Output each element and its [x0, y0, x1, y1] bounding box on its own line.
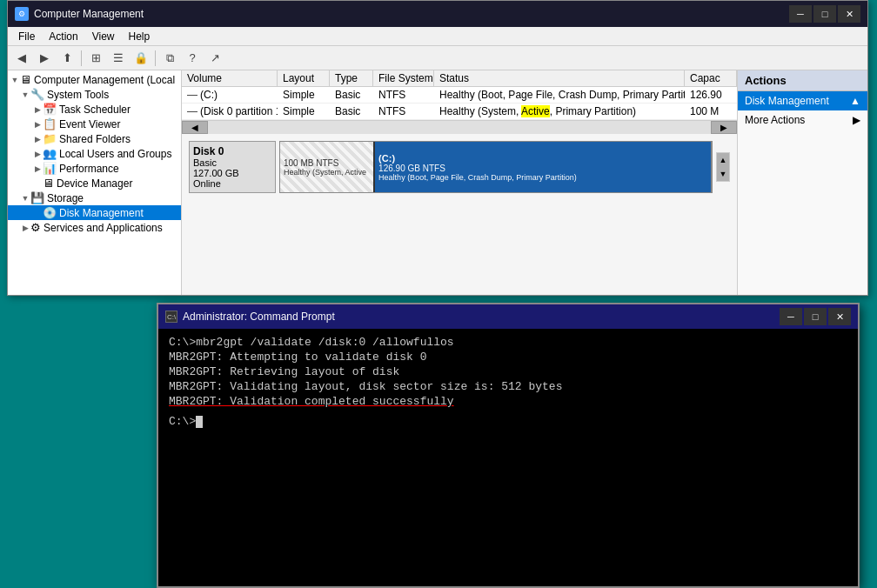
scroll-left-btn[interactable]: ◀ [182, 121, 208, 134]
table-header: Volume Layout Type File System Status Ca… [182, 70, 737, 87]
disk-dash-1: — [187, 89, 197, 101]
toolbar-forward[interactable]: ▶ [34, 49, 55, 68]
tree-device-manager-label: Device Manager [57, 177, 132, 190]
tree-device-manager[interactable]: ▶ 🖥 Device Manager [8, 176, 181, 190]
cmd-maximize[interactable]: □ [804, 308, 827, 325]
menu-file[interactable]: File [11, 29, 42, 44]
storage-icon: 💾 [30, 191, 44, 204]
expand-storage[interactable]: ▼ [20, 194, 30, 203]
tree-root-label: Computer Management (Local [34, 74, 175, 86]
cmd-line-3: MBR2GPT: Retrieving layout of disk [169, 365, 847, 378]
tree-services[interactable]: ▶ ⚙ Services and Applications [8, 220, 181, 235]
tree-task-scheduler-label: Task Scheduler [59, 104, 131, 116]
title-bar-controls: ─ □ ✕ [789, 5, 860, 23]
toolbar-up[interactable]: ⬆ [57, 49, 77, 68]
tree-system-tools[interactable]: ▼ 🔧 System Tools [8, 87, 181, 102]
scroll-right-btn[interactable]: ▶ [711, 121, 737, 134]
cmd-minimize[interactable]: ─ [780, 308, 802, 325]
toolbar-back[interactable]: ◀ [11, 49, 32, 68]
v-scrollbar[interactable]: ▲ ▼ [716, 152, 730, 182]
tree-local-users[interactable]: ▶ 👥 Local Users and Groups [8, 146, 181, 161]
actions-disk-mgmt-arrow: ▲ [850, 95, 860, 107]
tree-performance[interactable]: ▶ 📊 Performance [8, 161, 181, 176]
computer-management-window: ⚙ Computer Management ─ □ ✕ File Action … [7, 0, 868, 296]
services-icon: ⚙ [30, 221, 41, 234]
col-layout[interactable]: Layout [278, 70, 330, 86]
toolbar-export[interactable]: ↗ [204, 49, 225, 68]
partition-c-label: (C:) [378, 153, 707, 164]
content-area: ▼ 🖥 Computer Management (Local ▼ 🔧 Syste… [8, 70, 867, 295]
tree-event-viewer-label: Event Viewer [59, 118, 120, 130]
actions-more[interactable]: More Actions ▶ [738, 110, 867, 130]
menu-action[interactable]: Action [42, 29, 84, 44]
table-row[interactable]: — (Disk 0 partition 1) Simple Basic NTFS… [182, 104, 737, 120]
cmd-line-4: MBR2GPT: Validating layout, disk sector … [169, 380, 847, 393]
cmd-cursor [196, 416, 203, 428]
expand-system-tools[interactable]: ▼ [20, 90, 30, 99]
scroll-down-btn[interactable]: ▼ [717, 167, 729, 181]
disk-partitions: 100 MB NTFS Healthy (System, Active (C:)… [279, 141, 713, 193]
toolbar-show-hide[interactable]: ⊞ [85, 49, 106, 68]
shared-folders-icon: 📁 [43, 132, 57, 145]
expand-task-scheduler[interactable]: ▶ [32, 105, 43, 114]
maximize-button[interactable]: □ [813, 5, 836, 23]
menu-view[interactable]: View [85, 29, 122, 44]
partition-system[interactable]: 100 MB NTFS Healthy (System, Active [280, 142, 375, 192]
toolbar-properties[interactable]: 🔒 [131, 49, 151, 68]
cell-volume-2: — (Disk 0 partition 1) [182, 104, 278, 119]
system-tools-icon: 🔧 [30, 88, 44, 101]
computer-icon: 🖥 [20, 73, 31, 86]
cmd-line-2: MBR2GPT: Attempting to validate disk 0 [169, 351, 847, 364]
disk-label: Disk 0 Basic 127.00 GB Online [189, 141, 276, 193]
tree-shared-folders[interactable]: ▶ 📁 Shared Folders [8, 131, 181, 146]
toolbar-new-window[interactable]: ⧉ [159, 49, 180, 68]
partition-c-sublabel: Healthy (Boot, Page File, Crash Dump, Pr… [378, 173, 707, 182]
cmd-text-5: MBR2GPT: Validation completed successful… [169, 395, 454, 408]
expand-root[interactable]: ▼ [10, 76, 20, 84]
col-filesystem[interactable]: File System [373, 70, 434, 86]
scroll-up-btn[interactable]: ▲ [717, 153, 729, 167]
cell-cap-2: 100 M [685, 104, 737, 119]
expand-local-users[interactable]: ▶ [32, 150, 43, 158]
cmd-close[interactable]: ✕ [828, 308, 851, 325]
disk-size: 127.00 GB [193, 168, 271, 178]
expand-shared-folders[interactable]: ▶ [32, 135, 43, 144]
table-row[interactable]: — (C:) Simple Basic NTFS Healthy (Boot, … [182, 87, 737, 104]
expand-services[interactable]: ▶ [20, 224, 30, 232]
h-scrollbar[interactable]: ◀ ▶ [182, 120, 737, 134]
actions-more-arrow: ▶ [853, 114, 860, 126]
col-status[interactable]: Status [434, 70, 685, 86]
tree-root[interactable]: ▼ 🖥 Computer Management (Local [8, 72, 181, 87]
col-capacity[interactable]: Capac [685, 70, 737, 86]
col-volume[interactable]: Volume [182, 70, 278, 86]
toolbar-help[interactable]: ? [182, 49, 203, 68]
toolbar-list[interactable]: ☰ [108, 49, 129, 68]
partition-system-sublabel: Healthy (System, Active [284, 168, 370, 177]
tree-panel: ▼ 🖥 Computer Management (Local ▼ 🔧 Syste… [8, 70, 182, 295]
expand-performance[interactable]: ▶ [32, 164, 43, 173]
tree-task-scheduler[interactable]: ▶ 📅 Task Scheduler [8, 102, 181, 117]
toolbar-sep-2 [155, 50, 156, 66]
tree-disk-management[interactable]: ▶ 💿 Disk Management [8, 205, 181, 220]
tree-performance-label: Performance [59, 163, 119, 175]
actions-disk-management[interactable]: Disk Management ▲ [738, 91, 867, 110]
tree-storage[interactable]: ▼ 💾 Storage [8, 190, 181, 205]
col-type[interactable]: Type [330, 70, 373, 86]
close-button[interactable]: ✕ [838, 5, 860, 23]
event-viewer-icon: 📋 [43, 117, 57, 130]
minimize-button[interactable]: ─ [789, 5, 812, 23]
cmd-window: C:\ Administrator: Command Prompt ─ □ ✕ … [157, 303, 860, 588]
tree-event-viewer[interactable]: ▶ 📋 Event Viewer [8, 117, 181, 131]
cell-fs-1: NTFS [373, 87, 434, 103]
actions-disk-mgmt-label: Disk Management [745, 95, 829, 107]
partition-c[interactable]: (C:) 126.90 GB NTFS Healthy (Boot, Page … [375, 142, 712, 192]
menu-help[interactable]: Help [122, 29, 157, 44]
cmd-content[interactable]: C:\>mbr2gpt /validate /disk:0 /allowfull… [158, 329, 858, 586]
expand-event-viewer[interactable]: ▶ [32, 120, 43, 129]
title-bar-left: ⚙ Computer Management [15, 7, 144, 21]
cmd-text-2: MBR2GPT: Attempting to validate disk 0 [169, 351, 426, 364]
disk-management-icon: 💿 [43, 206, 57, 219]
status-post: , Primary Partition) [550, 105, 636, 117]
cmd-icon: C:\ [165, 311, 177, 323]
status-highlight: Active [521, 105, 550, 117]
